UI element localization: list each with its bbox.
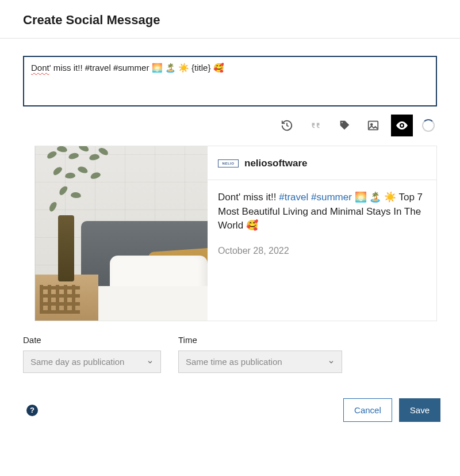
modal-footer: ? Cancel Save	[0, 384, 460, 439]
preview-button[interactable]	[391, 115, 413, 136]
preview-emoji-end: 🥰	[246, 220, 258, 231]
page-title: Create Social Message	[23, 13, 437, 28]
cancel-button[interactable]: Cancel	[343, 398, 392, 422]
help-button[interactable]: ?	[26, 405, 38, 416]
history-button[interactable]	[276, 115, 298, 136]
message-text: ' miss it!! #travel #summer 🌅 🏝️ ☀️ {tit…	[49, 63, 224, 73]
chevron-down-icon	[328, 359, 335, 365]
preview-header: NELIO neliosoftware	[208, 146, 436, 180]
time-value: Same time as publication	[186, 357, 282, 367]
chevron-down-icon	[147, 359, 154, 365]
preview-date: October 28, 2022	[208, 243, 436, 258]
image-icon	[367, 119, 379, 132]
typo-word: Dont	[31, 63, 49, 73]
preview-body: Dont' miss it!! #travel #summer 🌅 🏝️ ☀️ …	[208, 180, 436, 243]
schedule-fields: Date Same day as publication Time Same t…	[23, 335, 437, 373]
time-label: Time	[178, 335, 342, 345]
eye-icon	[395, 119, 409, 132]
tag-button[interactable]	[334, 115, 355, 136]
tag-icon	[338, 119, 351, 132]
history-icon	[281, 119, 293, 132]
image-button[interactable]	[362, 115, 384, 136]
date-value: Same day as publication	[30, 357, 124, 367]
date-label: Date	[23, 335, 161, 345]
message-textarea[interactable]: Dont' miss it!! #travel #summer 🌅 🏝️ ☀️ …	[23, 56, 437, 106]
preview-username: neliosoftware	[244, 158, 308, 169]
preview-hashtags: #travel #summer	[279, 192, 352, 203]
quote-icon	[309, 119, 322, 132]
date-field: Date Same day as publication	[23, 335, 161, 373]
svg-point-1	[371, 124, 373, 125]
loading-spinner	[422, 119, 435, 132]
quote-button[interactable]	[305, 115, 327, 136]
preview-text-plain: Dont' miss it!!	[218, 192, 279, 203]
time-field: Time Same time as publication	[178, 335, 342, 373]
save-button[interactable]: Save	[399, 398, 440, 422]
modal-header: Create Social Message	[0, 0, 460, 39]
editor-toolbar	[23, 115, 437, 136]
footer-actions: Cancel Save	[343, 398, 440, 422]
time-select[interactable]: Same time as publication	[178, 351, 342, 373]
preview-text-pane: NELIO neliosoftware Dont' miss it!! #tra…	[208, 146, 436, 321]
modal-content: Dont' miss it!! #travel #summer 🌅 🏝️ ☀️ …	[0, 39, 460, 384]
preview-emojis: 🌅 🏝️ ☀️	[352, 192, 399, 203]
date-select[interactable]: Same day as publication	[23, 351, 161, 373]
preview-image	[35, 146, 208, 321]
brand-logo: NELIO	[218, 159, 239, 167]
social-preview-card: NELIO neliosoftware Dont' miss it!! #tra…	[34, 146, 437, 321]
